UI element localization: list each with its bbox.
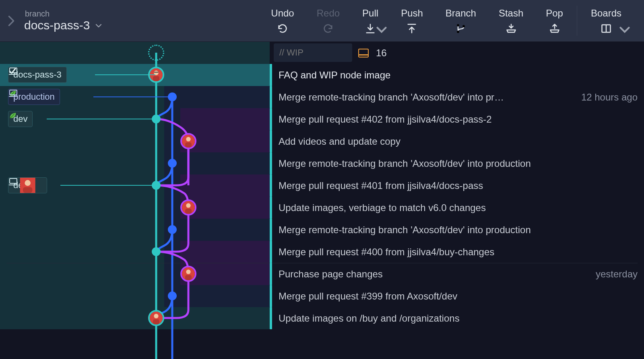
- row-marker: [270, 130, 272, 152]
- svg-rect-21: [10, 68, 17, 73]
- row-marker: [270, 108, 272, 130]
- commit-node-avatar[interactable]: [180, 133, 196, 149]
- commit-message[interactable]: Merge pull request #402 from jjsilva4/do…: [279, 108, 638, 130]
- svg-point-16: [186, 270, 190, 274]
- undo-icon: [277, 23, 288, 34]
- row-marker: [270, 307, 272, 329]
- branch-button[interactable]: Branch: [434, 0, 487, 41]
- row-marker: [270, 219, 272, 241]
- pill-connector: [95, 74, 155, 75]
- svg-rect-17: [185, 275, 192, 280]
- branch-label: branch: [25, 9, 102, 18]
- row-marker: [270, 174, 272, 197]
- svg-point-2: [462, 25, 465, 27]
- branch-selector[interactable]: branch docs-pass-3: [24, 9, 102, 32]
- changes-icon: [358, 49, 369, 57]
- row-marker: [270, 86, 272, 108]
- laptop-icon: [8, 178, 18, 186]
- svg-rect-7: [153, 76, 159, 81]
- current-branch-name: docs-pass-3: [24, 18, 90, 32]
- branch-pill-dev[interactable]: dev: [8, 111, 33, 127]
- wip-file-count[interactable]: 16: [358, 42, 387, 64]
- redo-button[interactable]: Redo: [305, 0, 351, 41]
- branch-pill-production[interactable]: production: [8, 89, 60, 105]
- row-marker: [270, 263, 272, 285]
- commit-message[interactable]: Merge remote-tracking branch 'Axosoft/de…: [279, 219, 638, 241]
- commit-time: 12 hours ago: [581, 86, 638, 108]
- commit-message[interactable]: Add videos and update copy: [279, 130, 638, 152]
- commit-message[interactable]: Purchase page changes: [279, 263, 564, 285]
- toolbar-divider: [577, 6, 577, 36]
- commit-node[interactable]: [168, 159, 177, 168]
- pop-button[interactable]: Pop: [535, 0, 574, 41]
- svg-rect-20: [153, 319, 159, 324]
- row-marker: [270, 285, 272, 307]
- chevron-down-icon: [95, 21, 102, 30]
- stash-icon: [506, 23, 517, 34]
- pull-button[interactable]: Pull: [351, 0, 390, 41]
- svg-rect-11: [185, 142, 192, 148]
- laptop-icon: [8, 67, 18, 75]
- pull-icon: [365, 23, 376, 34]
- svg-point-19: [154, 314, 158, 318]
- commit-message[interactable]: Merge pull request #401 from jjsilva4/do…: [279, 174, 638, 197]
- wip-input[interactable]: [274, 43, 352, 62]
- chevron-down-icon[interactable]: [376, 24, 387, 37]
- row-marker: [270, 152, 272, 174]
- commit-node-avatar[interactable]: [180, 199, 196, 215]
- branch-pill-label: production: [13, 92, 55, 102]
- svg-rect-14: [185, 209, 192, 214]
- stash-button[interactable]: Stash: [487, 0, 535, 41]
- laptop-icon: [8, 89, 18, 97]
- boards-icon: [601, 23, 612, 34]
- svg-point-10: [186, 137, 190, 142]
- branch-pill-label: docs-pass-3: [13, 70, 62, 80]
- commit-message[interactable]: Update images, verbiage to match v6.0 ch…: [279, 197, 638, 219]
- commit-time: yesterday: [596, 263, 638, 285]
- commit-message[interactable]: Merge pull request #400 from jjsilva4/bu…: [279, 241, 638, 263]
- pill-connector: [93, 96, 171, 97]
- chevron-down-icon[interactable]: [619, 24, 630, 37]
- commit-message[interactable]: Merge remote-tracking branch 'Axosoft/de…: [279, 152, 638, 174]
- commit-message[interactable]: Merge pull request #399 from Axosoft/dev: [279, 285, 638, 307]
- svg-point-1: [457, 31, 459, 33]
- svg-point-0: [457, 24, 459, 27]
- redo-icon: [322, 23, 334, 34]
- commit-node-avatar[interactable]: [148, 310, 164, 326]
- push-button[interactable]: Push: [390, 0, 434, 41]
- row-marker: [270, 241, 272, 263]
- row-marker: [270, 197, 272, 219]
- remote-avatar-icon: [31, 180, 42, 191]
- commit-node[interactable]: [168, 291, 177, 300]
- commit-node[interactable]: [168, 225, 177, 234]
- row-marker: [270, 64, 272, 86]
- branch-pill-docs-pass-3[interactable]: docs-pass-3: [8, 67, 67, 83]
- boards-button[interactable]: Boards: [580, 0, 633, 41]
- wip-node[interactable]: [148, 45, 164, 61]
- commit-message[interactable]: Merge remote-tracking branch 'Axosoft/de…: [279, 86, 547, 108]
- push-icon: [406, 23, 417, 34]
- commit-message[interactable]: Update images on /buy and /organizations: [279, 307, 638, 329]
- svg-point-13: [186, 203, 190, 208]
- commit-message[interactable]: FAQ and WIP node image: [279, 64, 638, 86]
- branch-icon: [455, 23, 466, 34]
- pill-connector: [60, 185, 155, 186]
- branch-pill-dev-remote[interactable]: dev: [8, 177, 47, 193]
- leaf-icon: [8, 111, 17, 120]
- commit-node-avatar[interactable]: [180, 266, 196, 282]
- commit-node[interactable]: [152, 247, 161, 256]
- svg-rect-22: [10, 90, 17, 95]
- pill-connector: [47, 119, 155, 119]
- commit-graph[interactable]: 16 FAQ and WIP node image Merge remote-t…: [0, 42, 644, 359]
- expand-chevron-icon[interactable]: [3, 15, 19, 27]
- svg-rect-26: [10, 178, 17, 183]
- pop-icon: [549, 23, 560, 34]
- toolbar: branch docs-pass-3 Undo Redo Pull Push B…: [0, 0, 644, 42]
- undo-button[interactable]: Undo: [260, 0, 305, 41]
